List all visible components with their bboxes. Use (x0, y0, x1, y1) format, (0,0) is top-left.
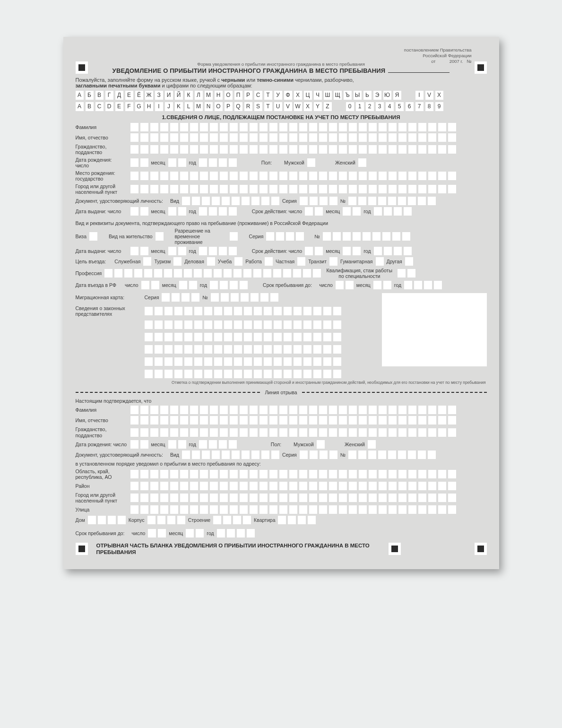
entry-cell[interactable] (329, 470, 337, 478)
entry-cell[interactable] (270, 293, 278, 302)
entry-cell[interactable] (214, 321, 222, 329)
entry-cell[interactable] (359, 185, 367, 193)
entry-cell[interactable] (359, 133, 367, 142)
entry-cell[interactable] (210, 185, 218, 193)
entry-cell[interactable] (343, 207, 351, 216)
entry-cell[interactable] (170, 470, 178, 478)
entry-cell[interactable] (240, 406, 248, 414)
entry-cell[interactable] (269, 185, 277, 193)
entry-cell[interactable] (384, 207, 392, 216)
entry-cell[interactable] (104, 269, 112, 277)
entry-cell[interactable] (178, 247, 186, 255)
entry-cell[interactable] (303, 345, 311, 354)
entry-cell[interactable] (151, 281, 159, 289)
entry-cell[interactable] (160, 494, 168, 502)
entry-cell[interactable] (303, 333, 311, 341)
entry-cell[interactable] (180, 133, 188, 142)
entry-cell[interactable] (254, 307, 262, 315)
entry-cell[interactable] (315, 207, 323, 216)
entry-cell[interactable] (194, 333, 202, 341)
entry-cell[interactable] (168, 207, 176, 216)
entry-cell[interactable] (408, 145, 416, 154)
entry-cell[interactable] (210, 428, 218, 437)
entry-cell[interactable] (319, 416, 327, 425)
id-valid-day[interactable] (305, 207, 323, 216)
entry-cell[interactable] (398, 416, 406, 425)
entry-cell[interactable] (303, 370, 311, 378)
entry-cell[interactable] (145, 333, 153, 341)
entry-cell[interactable] (428, 406, 436, 414)
entry-cell[interactable] (190, 494, 198, 502)
entry-cell[interactable] (329, 257, 337, 266)
entry-cell[interactable] (170, 133, 178, 142)
entry-cell[interactable] (408, 133, 416, 142)
entry-cell[interactable] (428, 416, 436, 425)
entry-cell[interactable] (269, 123, 277, 131)
entry-cell[interactable] (313, 321, 321, 329)
entry-cell[interactable] (309, 482, 317, 490)
entry-cell[interactable] (130, 470, 138, 478)
entry-cell[interactable] (170, 482, 178, 490)
migcard-series[interactable] (162, 293, 199, 302)
entry-cell[interactable] (349, 428, 357, 437)
entry-cell[interactable] (283, 269, 291, 277)
entry-cell[interactable] (242, 197, 250, 205)
entry-cell[interactable] (339, 406, 347, 414)
entry-cell[interactable] (389, 470, 397, 478)
entry-cell[interactable] (428, 197, 436, 205)
entry-cell[interactable] (384, 247, 392, 255)
entry-cell[interactable] (240, 281, 248, 289)
entry-cell[interactable] (369, 505, 377, 514)
entry-cell[interactable] (240, 185, 248, 193)
entry-cell[interactable] (130, 416, 138, 425)
entry-cell[interactable] (178, 440, 186, 449)
entry-cell[interactable] (155, 357, 163, 366)
entry-cell[interactable] (170, 428, 178, 437)
entry-cell[interactable] (214, 269, 222, 277)
entry-cell[interactable] (230, 145, 238, 154)
entry-cell[interactable] (220, 172, 228, 180)
entry-cell[interactable] (408, 123, 416, 131)
entry-cell[interactable] (408, 197, 416, 205)
entry-cell[interactable] (299, 145, 307, 154)
entry-cell[interactable] (279, 185, 287, 193)
entry-cell[interactable] (182, 451, 190, 459)
name-cells[interactable] (130, 133, 456, 142)
entry-cell[interactable] (259, 505, 268, 514)
entry-cell[interactable] (143, 257, 151, 266)
entry-cell[interactable] (299, 482, 307, 490)
entry-cell[interactable] (349, 172, 357, 180)
entry-cell[interactable] (303, 269, 311, 277)
entry-cell[interactable] (438, 172, 446, 180)
entry-cell[interactable] (178, 158, 186, 167)
entry-cell[interactable] (180, 470, 188, 478)
entry-cell[interactable] (209, 158, 217, 167)
entry-cell[interactable] (339, 428, 347, 437)
entry-cell[interactable] (319, 470, 327, 478)
id-issue-day[interactable] (130, 207, 148, 216)
entry-cell[interactable] (261, 451, 269, 459)
entry-cell[interactable] (130, 185, 138, 193)
entry-cell[interactable] (130, 172, 138, 180)
entry-cell[interactable] (418, 145, 426, 154)
entry-cell[interactable] (428, 451, 436, 459)
entry-cell[interactable] (353, 232, 361, 241)
entry-cell[interactable] (140, 428, 148, 437)
entry-cell[interactable] (438, 133, 446, 142)
entry-cell[interactable] (317, 440, 325, 449)
entry-cell[interactable] (157, 516, 165, 524)
entry-cell[interactable] (269, 482, 277, 490)
entry-cell[interactable] (398, 172, 406, 180)
entry-cell[interactable] (379, 428, 387, 437)
entry-cell[interactable] (178, 207, 186, 216)
entry-cell[interactable] (299, 123, 307, 131)
entry-cell[interactable] (358, 197, 366, 205)
entry-cell[interactable] (254, 357, 262, 366)
entry-cell[interactable] (319, 406, 327, 414)
entry-cell[interactable] (323, 345, 331, 354)
entry-cell[interactable] (339, 482, 347, 490)
entry-cell[interactable] (279, 406, 287, 414)
entry-cell[interactable] (222, 451, 230, 459)
entry-cell[interactable] (369, 482, 377, 490)
entry-cell[interactable] (329, 133, 337, 142)
